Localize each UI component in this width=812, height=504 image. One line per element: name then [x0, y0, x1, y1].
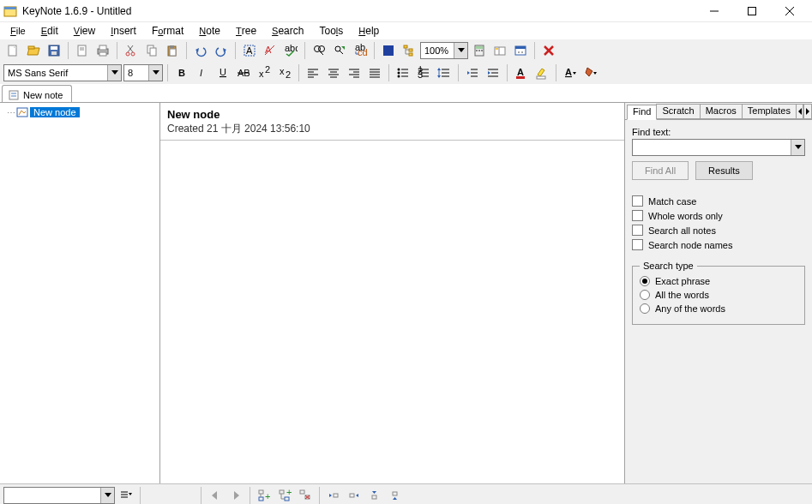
whole-words-checkbox[interactable]: Whole words only [632, 210, 805, 221]
clear-format-button[interactable]: A [261, 41, 280, 60]
search-node-names-checkbox[interactable]: Search node names [632, 239, 805, 250]
menu-help[interactable]: Help [352, 23, 386, 39]
print-button[interactable] [93, 41, 112, 60]
spell-check-button[interactable]: abc [281, 41, 300, 60]
zoom-combo[interactable] [420, 42, 468, 59]
tab-scroll-right[interactable] [803, 104, 812, 119]
tree-pane[interactable]: ⋯ New node [0, 103, 160, 483]
redo-button[interactable] [212, 41, 231, 60]
style-value[interactable] [4, 488, 100, 503]
line-spacing-button[interactable] [435, 63, 454, 82]
find-next-button[interactable] [330, 41, 349, 60]
find-history-dropdown-icon[interactable] [791, 140, 804, 155]
tree-move-down-button[interactable] [386, 486, 405, 505]
open-file-button[interactable] [24, 41, 43, 60]
radio-any-words[interactable]: Any of the words [640, 303, 797, 314]
note-tabbar: New note [0, 84, 812, 103]
tab-scroll-left[interactable] [796, 104, 804, 119]
zoom-dropdown-icon[interactable] [454, 43, 467, 58]
find-all-button[interactable]: Find All [632, 161, 689, 180]
font-combo[interactable] [3, 64, 122, 81]
radio-all-words[interactable]: All the words [640, 290, 797, 300]
superscript-button[interactable]: x2 [255, 63, 274, 82]
tree-add-child-button[interactable]: + [275, 486, 294, 505]
search-all-notes-checkbox[interactable]: Search all notes [632, 225, 805, 236]
size-value[interactable] [124, 65, 148, 81]
menu-edit[interactable]: Edit [34, 23, 65, 39]
paste-button[interactable] [163, 41, 182, 60]
tab-find[interactable]: Find [627, 105, 657, 120]
find-button[interactable] [310, 41, 328, 60]
size-dropdown-icon[interactable] [148, 65, 162, 81]
menu-view[interactable]: View [67, 23, 102, 39]
font-color-picker-button[interactable]: A [561, 63, 580, 82]
tab-templates[interactable]: Templates [742, 104, 797, 119]
tree-move-left-button[interactable] [324, 486, 343, 505]
highlight-button[interactable] [532, 63, 551, 82]
font-color-button[interactable]: A [512, 63, 531, 82]
menu-note[interactable]: Note [192, 23, 227, 39]
editor-body[interactable] [160, 141, 624, 483]
italic-button[interactable]: I [193, 63, 212, 82]
match-case-checkbox[interactable]: Match case [632, 195, 805, 207]
align-left-button[interactable] [304, 63, 322, 82]
size-combo[interactable] [123, 64, 163, 81]
results-button[interactable]: Results [695, 161, 753, 180]
minimize-button[interactable] [695, 0, 733, 22]
close-button[interactable] [771, 0, 809, 22]
tree-move-right-button[interactable] [345, 486, 364, 505]
zoom-value[interactable] [421, 43, 454, 58]
file-manager-button[interactable] [490, 41, 509, 60]
strikeout-button[interactable]: ABC [234, 63, 253, 82]
tree-add-sibling-button[interactable]: + [255, 486, 274, 505]
subscript-button[interactable]: x2 [275, 63, 294, 82]
maximize-button[interactable] [733, 0, 771, 22]
apply-style-button[interactable] [117, 486, 135, 505]
tree-move-up-button[interactable] [365, 486, 384, 505]
nav-forward-button[interactable] [226, 486, 245, 505]
menu-format[interactable]: Format [145, 23, 190, 39]
tree-delete-button[interactable] [296, 486, 315, 505]
bold-button[interactable]: B [172, 63, 191, 82]
align-justify-button[interactable] [365, 63, 384, 82]
font-dropdown-icon[interactable] [107, 65, 121, 81]
find-input[interactable] [633, 140, 791, 155]
style-dropdown-icon[interactable] [100, 488, 114, 503]
copy-button[interactable] [142, 41, 161, 60]
underline-button[interactable]: U [214, 63, 232, 82]
tree-node[interactable]: ⋯ New node [3, 106, 156, 118]
menu-tree[interactable]: Tree [229, 23, 263, 39]
tree-node-label[interactable]: New node [30, 107, 80, 117]
page-setup-button[interactable] [73, 41, 92, 60]
new-file-button[interactable] [3, 41, 22, 60]
replace-button[interactable]: abcd [351, 41, 370, 60]
tab-scratch[interactable]: Scratch [656, 104, 700, 119]
calc-button[interactable] [470, 41, 489, 60]
select-all-button[interactable]: A [240, 41, 259, 60]
note-properties-button[interactable] [379, 41, 398, 60]
undo-button[interactable] [191, 41, 210, 60]
nav-back-button[interactable] [206, 486, 225, 505]
align-right-button[interactable] [345, 63, 364, 82]
numbering-button[interactable]: 123 [414, 63, 433, 82]
outdent-button[interactable] [463, 63, 482, 82]
tab-macros[interactable]: Macros [700, 104, 743, 119]
cut-button[interactable] [122, 41, 141, 60]
menu-search[interactable]: Search [265, 23, 310, 39]
bullets-button[interactable] [394, 63, 412, 82]
indent-button[interactable] [484, 63, 502, 82]
radio-exact-phrase[interactable]: Exact phrase [640, 276, 797, 286]
delete-button[interactable] [539, 41, 558, 60]
menu-file[interactable]: File [3, 23, 33, 39]
save-button[interactable] [45, 41, 63, 60]
right-tabbar: Find Scratch Macros Templates [625, 103, 812, 120]
menu-tools[interactable]: Tools [312, 23, 350, 39]
note-tab[interactable]: New note [2, 85, 72, 102]
font-value[interactable] [4, 65, 107, 81]
options-button[interactable] [511, 41, 530, 60]
bg-color-picker-button[interactable] [581, 63, 600, 82]
align-center-button[interactable] [324, 63, 343, 82]
tree-button[interactable] [400, 41, 418, 60]
menu-insert[interactable]: Insert [104, 23, 143, 39]
style-combo[interactable] [3, 487, 115, 504]
